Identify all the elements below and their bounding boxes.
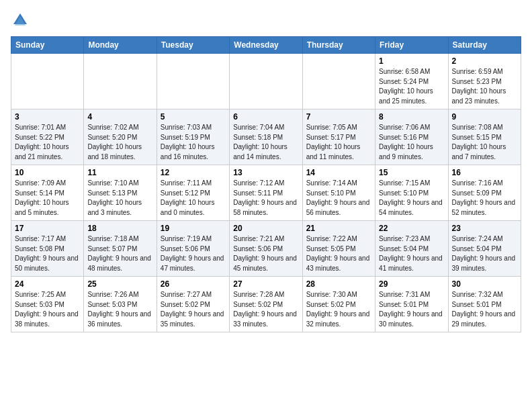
day-number: 6 <box>233 112 298 122</box>
day-info: Sunrise: 7:03 AM Sunset: 5:19 PM Dayligh… <box>161 123 226 162</box>
day-info: Sunrise: 7:10 AM Sunset: 5:13 PM Dayligh… <box>87 179 152 218</box>
day-info: Sunrise: 7:08 AM Sunset: 5:15 PM Dayligh… <box>452 123 517 162</box>
calendar-cell: 24Sunrise: 7:25 AM Sunset: 5:03 PM Dayli… <box>11 277 84 332</box>
weekday-header-thursday: Thursday <box>302 37 375 54</box>
day-info: Sunrise: 7:30 AM Sunset: 5:02 PM Dayligh… <box>306 290 371 329</box>
day-number: 25 <box>87 279 152 289</box>
day-info: Sunrise: 7:21 AM Sunset: 5:06 PM Dayligh… <box>233 234 298 273</box>
day-info: Sunrise: 7:31 AM Sunset: 5:01 PM Dayligh… <box>379 290 444 329</box>
calendar-cell: 3Sunrise: 7:01 AM Sunset: 5:22 PM Daylig… <box>11 109 84 165</box>
day-number: 24 <box>15 279 80 289</box>
day-number: 20 <box>233 224 298 233</box>
calendar-cell: 10Sunrise: 7:09 AM Sunset: 5:14 PM Dayli… <box>11 165 84 221</box>
calendar-cell <box>302 54 375 109</box>
calendar-cell: 5Sunrise: 7:03 AM Sunset: 5:19 PM Daylig… <box>157 109 229 165</box>
day-number: 21 <box>306 224 371 233</box>
calendar-table: SundayMondayTuesdayWednesdayThursdayFrid… <box>11 36 521 332</box>
day-number: 3 <box>15 112 80 122</box>
day-info: Sunrise: 7:02 AM Sunset: 5:20 PM Dayligh… <box>87 123 152 162</box>
calendar-cell: 11Sunrise: 7:10 AM Sunset: 5:13 PM Dayli… <box>84 165 157 221</box>
week-row-3: 10Sunrise: 7:09 AM Sunset: 5:14 PM Dayli… <box>11 165 521 221</box>
day-number: 8 <box>379 112 444 122</box>
day-number: 30 <box>452 279 517 289</box>
day-info: Sunrise: 7:01 AM Sunset: 5:22 PM Dayligh… <box>15 123 80 162</box>
day-info: Sunrise: 7:04 AM Sunset: 5:18 PM Dayligh… <box>233 123 298 162</box>
weekday-header-tuesday: Tuesday <box>157 37 229 54</box>
calendar-cell: 2Sunrise: 6:59 AM Sunset: 5:23 PM Daylig… <box>448 54 521 109</box>
day-number: 11 <box>87 168 152 177</box>
calendar-cell: 25Sunrise: 7:26 AM Sunset: 5:03 PM Dayli… <box>84 277 157 332</box>
day-info: Sunrise: 7:26 AM Sunset: 5:03 PM Dayligh… <box>87 290 152 329</box>
day-number: 7 <box>306 112 371 122</box>
day-info: Sunrise: 7:14 AM Sunset: 5:10 PM Dayligh… <box>306 179 371 218</box>
day-number: 14 <box>306 168 371 177</box>
calendar-cell: 16Sunrise: 7:16 AM Sunset: 5:09 PM Dayli… <box>448 165 521 221</box>
day-info: Sunrise: 7:06 AM Sunset: 5:16 PM Dayligh… <box>379 123 444 162</box>
day-info: Sunrise: 7:25 AM Sunset: 5:03 PM Dayligh… <box>15 290 80 329</box>
week-row-1: 1Sunrise: 6:58 AM Sunset: 5:24 PM Daylig… <box>11 54 521 109</box>
day-info: Sunrise: 7:24 AM Sunset: 5:04 PM Dayligh… <box>452 234 517 273</box>
day-number: 12 <box>161 168 226 177</box>
calendar-cell: 7Sunrise: 7:05 AM Sunset: 5:17 PM Daylig… <box>302 109 375 165</box>
week-row-5: 24Sunrise: 7:25 AM Sunset: 5:03 PM Dayli… <box>11 277 521 332</box>
day-number: 26 <box>161 279 226 289</box>
calendar-cell: 29Sunrise: 7:31 AM Sunset: 5:01 PM Dayli… <box>375 277 448 332</box>
day-number: 10 <box>15 168 80 177</box>
calendar-cell: 1Sunrise: 6:58 AM Sunset: 5:24 PM Daylig… <box>375 54 448 109</box>
day-number: 29 <box>379 279 444 289</box>
calendar-cell: 17Sunrise: 7:17 AM Sunset: 5:08 PM Dayli… <box>11 221 84 277</box>
day-number: 4 <box>87 112 152 122</box>
page-header <box>11 11 521 30</box>
day-number: 28 <box>306 279 371 289</box>
calendar-cell: 22Sunrise: 7:23 AM Sunset: 5:04 PM Dayli… <box>375 221 448 277</box>
calendar-cell <box>84 54 157 109</box>
weekday-header-wednesday: Wednesday <box>230 37 302 54</box>
calendar-cell: 30Sunrise: 7:32 AM Sunset: 5:01 PM Dayli… <box>448 277 521 332</box>
calendar-cell: 14Sunrise: 7:14 AM Sunset: 5:10 PM Dayli… <box>302 165 375 221</box>
day-info: Sunrise: 7:05 AM Sunset: 5:17 PM Dayligh… <box>306 123 371 162</box>
calendar-cell: 6Sunrise: 7:04 AM Sunset: 5:18 PM Daylig… <box>230 109 302 165</box>
weekday-header-sunday: Sunday <box>11 37 84 54</box>
logo-icon <box>11 11 30 30</box>
calendar-cell: 12Sunrise: 7:11 AM Sunset: 5:12 PM Dayli… <box>157 165 229 221</box>
day-info: Sunrise: 7:27 AM Sunset: 5:02 PM Dayligh… <box>161 290 226 329</box>
day-info: Sunrise: 7:19 AM Sunset: 5:06 PM Dayligh… <box>161 234 226 273</box>
calendar-cell: 13Sunrise: 7:12 AM Sunset: 5:11 PM Dayli… <box>230 165 302 221</box>
day-info: Sunrise: 6:58 AM Sunset: 5:24 PM Dayligh… <box>379 67 444 106</box>
day-number: 22 <box>379 224 444 233</box>
day-number: 19 <box>161 224 226 233</box>
calendar-cell: 23Sunrise: 7:24 AM Sunset: 5:04 PM Dayli… <box>448 221 521 277</box>
calendar-cell: 4Sunrise: 7:02 AM Sunset: 5:20 PM Daylig… <box>84 109 157 165</box>
calendar-cell: 28Sunrise: 7:30 AM Sunset: 5:02 PM Dayli… <box>302 277 375 332</box>
calendar-cell: 27Sunrise: 7:28 AM Sunset: 5:02 PM Dayli… <box>230 277 302 332</box>
day-number: 2 <box>452 56 517 66</box>
day-info: Sunrise: 7:22 AM Sunset: 5:05 PM Dayligh… <box>306 234 371 273</box>
weekday-header-friday: Friday <box>375 37 448 54</box>
day-info: Sunrise: 7:09 AM Sunset: 5:14 PM Dayligh… <box>15 179 80 218</box>
day-info: Sunrise: 7:12 AM Sunset: 5:11 PM Dayligh… <box>233 179 298 218</box>
day-number: 5 <box>161 112 226 122</box>
weekday-header-row: SundayMondayTuesdayWednesdayThursdayFrid… <box>11 37 521 54</box>
day-info: Sunrise: 7:16 AM Sunset: 5:09 PM Dayligh… <box>452 179 517 218</box>
day-info: Sunrise: 7:23 AM Sunset: 5:04 PM Dayligh… <box>379 234 444 273</box>
calendar-cell: 20Sunrise: 7:21 AM Sunset: 5:06 PM Dayli… <box>230 221 302 277</box>
calendar-cell: 26Sunrise: 7:27 AM Sunset: 5:02 PM Dayli… <box>157 277 229 332</box>
day-number: 18 <box>87 224 152 233</box>
day-number: 15 <box>379 168 444 177</box>
calendar-cell <box>11 54 84 109</box>
day-info: Sunrise: 7:11 AM Sunset: 5:12 PM Dayligh… <box>161 179 226 218</box>
day-number: 13 <box>233 168 298 177</box>
calendar-cell: 9Sunrise: 7:08 AM Sunset: 5:15 PM Daylig… <box>448 109 521 165</box>
day-info: Sunrise: 7:18 AM Sunset: 5:07 PM Dayligh… <box>87 234 152 273</box>
weekday-header-monday: Monday <box>84 37 157 54</box>
day-number: 9 <box>452 112 517 122</box>
calendar-cell: 15Sunrise: 7:15 AM Sunset: 5:10 PM Dayli… <box>375 165 448 221</box>
day-number: 23 <box>452 224 517 233</box>
day-number: 17 <box>15 224 80 233</box>
logo <box>11 11 32 30</box>
day-info: Sunrise: 7:17 AM Sunset: 5:08 PM Dayligh… <box>15 234 80 273</box>
week-row-2: 3Sunrise: 7:01 AM Sunset: 5:22 PM Daylig… <box>11 109 521 165</box>
day-info: Sunrise: 7:15 AM Sunset: 5:10 PM Dayligh… <box>379 179 444 218</box>
calendar-cell <box>157 54 229 109</box>
calendar-cell: 18Sunrise: 7:18 AM Sunset: 5:07 PM Dayli… <box>84 221 157 277</box>
